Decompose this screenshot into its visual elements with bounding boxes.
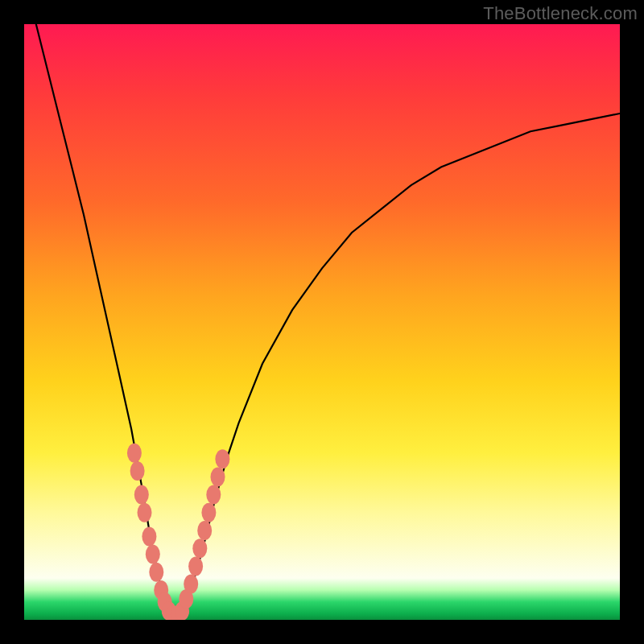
- chart-svg: [24, 24, 620, 620]
- highlight-dot: [127, 444, 142, 463]
- highlight-dot: [184, 575, 198, 594]
- curve-layer: [36, 24, 620, 620]
- outer-frame: TheBottleneck.com: [0, 0, 644, 644]
- marker-layer: [127, 444, 230, 620]
- highlight-dot: [192, 539, 207, 558]
- bottleneck-curve: [36, 24, 620, 620]
- highlight-dot: [211, 467, 225, 486]
- highlight-dot: [138, 503, 152, 522]
- highlight-dot: [197, 521, 212, 540]
- highlight-dot: [146, 545, 160, 564]
- highlight-dot: [134, 485, 149, 505]
- highlight-dot: [215, 449, 229, 469]
- highlight-dot: [130, 461, 145, 481]
- highlight-dot: [149, 563, 163, 582]
- highlight-dot: [206, 485, 221, 505]
- plot-area: [24, 24, 620, 620]
- highlight-dot: [201, 503, 216, 522]
- highlight-dot: [188, 556, 203, 576]
- highlight-dot: [142, 526, 156, 546]
- watermark-text: TheBottleneck.com: [483, 3, 638, 24]
